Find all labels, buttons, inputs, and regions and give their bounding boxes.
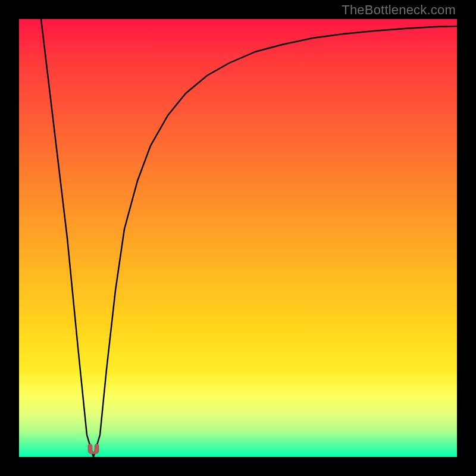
attribution-text: TheBottleneck.com <box>342 2 456 18</box>
curve-svg <box>19 19 457 457</box>
plot-area <box>19 19 457 457</box>
bottleneck-curve-path <box>41 19 457 457</box>
chart-frame: TheBottleneck.com <box>0 0 476 476</box>
